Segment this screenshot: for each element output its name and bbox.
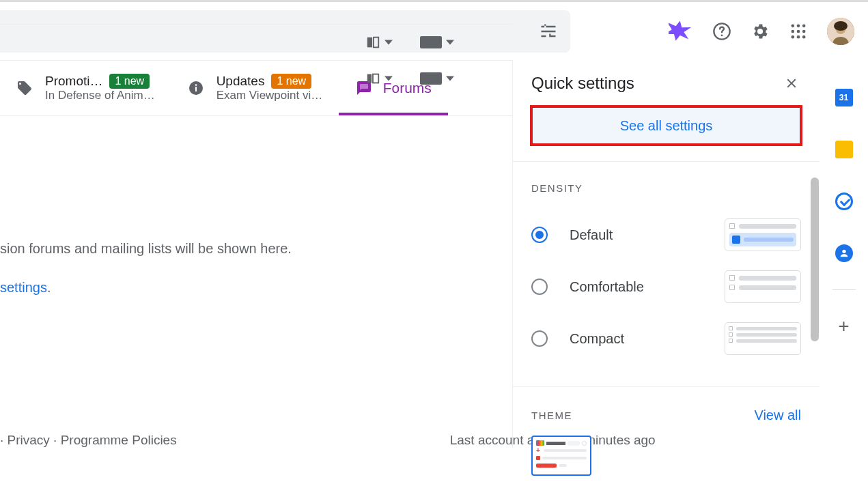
svg-rect-19 <box>367 74 372 83</box>
contacts-app-icon[interactable] <box>835 244 853 262</box>
content-column: Promoti… 1 new In Defense of Anim… Updat… <box>0 60 512 448</box>
settings-link[interactable]: settings <box>0 280 47 295</box>
svg-point-7 <box>792 35 795 38</box>
empty-state-text-2: settings. <box>0 280 512 296</box>
chevron-down-icon <box>384 38 393 46</box>
quick-settings-header: Quick settings <box>513 74 820 105</box>
svg-point-0 <box>721 34 723 36</box>
divider <box>832 289 856 290</box>
density-label: Default <box>570 227 613 243</box>
radio <box>531 279 548 295</box>
apps-grid-icon[interactable] <box>789 22 808 41</box>
input-tools-button[interactable] <box>420 36 454 48</box>
density-option-default[interactable]: Default <box>531 209 801 261</box>
period: . <box>47 280 51 295</box>
theme-thumbnail-selected[interactable]: + <box>531 436 591 476</box>
scrollbar[interactable] <box>811 177 819 341</box>
empty-state-text: sion forums and mailing lists will be sh… <box>0 241 512 257</box>
gemini-icon[interactable] <box>669 19 693 44</box>
quick-settings-title: Quick settings <box>531 74 634 93</box>
quick-settings-panel: Quick settings See all settings DENSITY … <box>512 60 820 448</box>
svg-point-3 <box>802 24 806 27</box>
svg-point-1 <box>792 24 795 27</box>
theme-section: THEME View all + <box>513 386 820 483</box>
split-pane-button[interactable] <box>365 71 393 86</box>
toolbar <box>0 24 512 60</box>
density-preview <box>725 218 801 251</box>
toolbar-actual <box>0 60 512 96</box>
input-tools-button[interactable] <box>420 72 454 85</box>
calendar-day: 31 <box>839 93 848 102</box>
svg-point-12 <box>834 21 848 31</box>
tasks-app-icon[interactable] <box>835 193 853 210</box>
density-preview <box>725 270 801 303</box>
svg-point-5 <box>797 29 800 33</box>
chevron-down-icon <box>446 38 454 46</box>
svg-point-4 <box>792 29 795 33</box>
svg-point-2 <box>797 24 800 27</box>
see-all-settings-label: See all settings <box>620 118 713 134</box>
density-section: DENSITY Default Comfortable <box>513 161 820 371</box>
chevron-down-icon <box>384 74 393 83</box>
density-preview <box>725 322 801 355</box>
keyboard-icon <box>420 36 442 48</box>
gear-icon[interactable] <box>751 22 770 41</box>
keep-app-icon[interactable] <box>835 141 853 158</box>
radio <box>531 330 548 347</box>
side-panel-rail: 31 + <box>820 60 867 448</box>
svg-point-6 <box>802 29 806 33</box>
svg-point-18 <box>842 250 845 253</box>
see-all-settings-button[interactable]: See all settings <box>530 105 802 146</box>
svg-rect-20 <box>373 74 378 83</box>
section-title: DENSITY <box>531 182 801 194</box>
calendar-app-icon[interactable]: 31 <box>835 89 853 106</box>
svg-point-9 <box>802 35 806 38</box>
close-icon[interactable] <box>784 76 799 91</box>
svg-rect-13 <box>367 38 372 48</box>
help-icon[interactable] <box>712 22 731 41</box>
svg-point-8 <box>797 35 800 38</box>
density-label: Comfortable <box>570 279 644 295</box>
chevron-down-icon <box>446 74 454 83</box>
svg-rect-14 <box>374 38 378 48</box>
keyboard-icon <box>420 72 442 85</box>
section-title: THEME <box>531 410 572 421</box>
view-all-link[interactable]: View all <box>754 408 801 423</box>
radio-selected <box>531 227 548 243</box>
add-app-button[interactable]: + <box>835 317 853 335</box>
search-options-icon[interactable] <box>539 22 558 41</box>
split-pane-button[interactable] <box>365 35 393 50</box>
footer-links[interactable]: · Privacy · Programme Policies <box>0 433 177 448</box>
main-body: Promoti… 1 new In Defense of Anim… Updat… <box>0 60 868 448</box>
density-label: Compact <box>570 331 624 347</box>
header-icons <box>669 18 854 45</box>
account-avatar[interactable] <box>827 18 854 45</box>
density-option-compact[interactable]: Compact <box>531 313 801 365</box>
density-option-comfortable[interactable]: Comfortable <box>531 261 801 313</box>
